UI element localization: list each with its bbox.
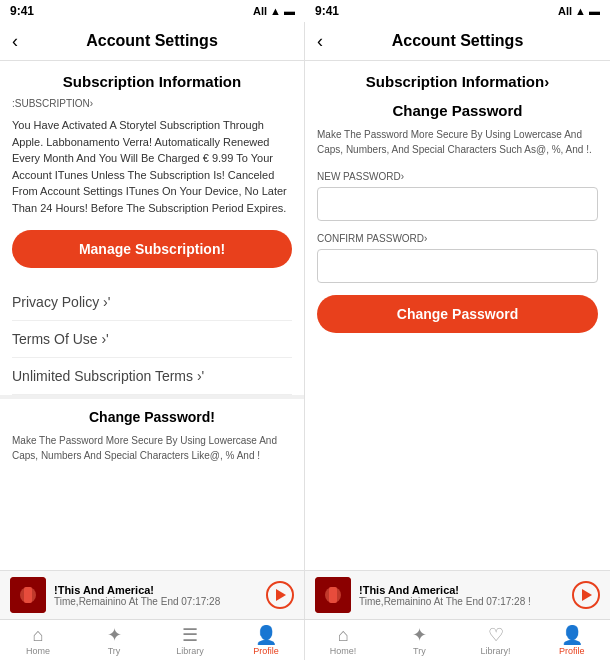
left-nav-try[interactable]: ✦ Try	[76, 620, 152, 660]
try-label: Try	[108, 646, 121, 656]
home-icon: ⌂	[33, 626, 44, 644]
right-library-icon: ♡	[488, 626, 504, 644]
left-play-button[interactable]	[266, 581, 294, 609]
new-password-input[interactable]	[317, 187, 598, 221]
status-bars: 9:41 All ▲ ▬ 9:41 All ▲ ▬	[0, 0, 610, 22]
right-play-button[interactable]	[572, 581, 600, 609]
nav-bar: ⌂ Home ✦ Try ☰ Library 👤 Profile ⌂ Home!	[0, 619, 610, 660]
right-profile-label: Profile	[559, 646, 585, 656]
subscription-body: You Have Activated A Storytel Subscripti…	[12, 117, 292, 216]
change-pw-preview: Change Password! Make The Password More …	[12, 399, 292, 463]
right-mini-player-subtitle: Time,Remainino At The End 07:17:28 !	[359, 596, 564, 607]
right-nav-library[interactable]: ♡ Library!	[458, 620, 534, 660]
left-mini-player-title: !This And America!	[54, 584, 258, 596]
right-nav-profile[interactable]: 👤 Profile	[534, 620, 610, 660]
privacy-policy-link[interactable]: Privacy Policy ›'	[12, 284, 292, 321]
left-mini-player-subtitle: Time,Remainino At The End 07:17:28	[54, 596, 258, 607]
left-battery-icon: ▬	[284, 5, 295, 17]
left-panel-title: Account Settings	[86, 32, 218, 50]
left-status-bar: 9:41 All ▲ ▬	[0, 0, 305, 22]
library-label: Library	[176, 646, 204, 656]
change-pw-preview-title: Change Password!	[12, 409, 292, 425]
right-time: 9:41	[315, 4, 339, 18]
right-panel-title: Account Settings	[392, 32, 524, 50]
home-label: Home	[26, 646, 50, 656]
bottom-area: !This And America! Time,Remainino At The…	[0, 570, 610, 660]
left-nav-profile[interactable]: 👤 Profile	[228, 620, 304, 660]
mini-players: !This And America! Time,Remainino At The…	[0, 570, 610, 619]
right-back-button[interactable]: ‹	[317, 31, 323, 52]
right-nav-home[interactable]: ⌂ Home!	[305, 620, 381, 660]
right-home-icon: ⌂	[338, 626, 349, 644]
change-password-section: Change Password Make The Password More S…	[317, 102, 598, 333]
right-mini-player-title: !This And America!	[359, 584, 564, 596]
svg-rect-5	[329, 587, 337, 603]
right-profile-icon: 👤	[561, 626, 583, 644]
confirm-password-input[interactable]	[317, 249, 598, 283]
right-panel-content: Subscription Information› Change Passwor…	[305, 61, 610, 570]
right-mini-player-thumb	[315, 577, 351, 613]
unlimited-subscription-link[interactable]: Unlimited Subscription Terms ›'	[12, 358, 292, 395]
confirm-password-label: CONFIRM PASSWORD›	[317, 233, 598, 244]
right-mini-player: !This And America! Time,Remainino At The…	[305, 571, 610, 619]
right-wifi-icon: ▲	[575, 5, 586, 17]
left-nav-library[interactable]: ☰ Library	[152, 620, 228, 660]
manage-subscription-button[interactable]: Manage Subscription!	[12, 230, 292, 268]
right-subscription-label: Subscription Information›	[317, 73, 598, 90]
change-pw-preview-desc: Make The Password More Secure By Using L…	[12, 433, 292, 463]
right-signal: All	[558, 5, 572, 17]
right-status-bar: 9:41 All ▲ ▬	[305, 0, 610, 22]
subscription-tag: :SUBSCRIPTION›	[12, 98, 292, 109]
library-icon: ☰	[182, 626, 198, 644]
terms-of-use-link[interactable]: Terms Of Use ›'	[12, 321, 292, 358]
left-panel: ‹ Account Settings Subscription Informat…	[0, 22, 305, 570]
left-panel-content: Subscription Information :SUBSCRIPTION› …	[0, 61, 304, 570]
svg-rect-2	[24, 587, 32, 603]
subscription-info-title: Subscription Information	[12, 73, 292, 90]
left-time: 9:41	[10, 4, 34, 18]
right-header: ‹ Account Settings	[305, 22, 610, 61]
left-nav-home[interactable]: ⌂ Home	[0, 620, 76, 660]
left-mini-player-thumb	[10, 577, 46, 613]
right-nav: ⌂ Home! ✦ Try ♡ Library! 👤 Profile	[305, 620, 610, 660]
new-password-label: NEW PASSWORD›	[317, 171, 598, 182]
profile-label: Profile	[253, 646, 279, 656]
left-mini-player-info: !This And America! Time,Remainino At The…	[54, 584, 258, 607]
change-password-button[interactable]: Change Password	[317, 295, 598, 333]
profile-icon: 👤	[255, 626, 277, 644]
right-status-icons: All ▲ ▬	[558, 5, 600, 17]
left-header: ‹ Account Settings	[0, 22, 304, 61]
right-panel: ‹ Account Settings Subscription Informat…	[305, 22, 610, 570]
left-status-icons: All ▲ ▬	[253, 5, 295, 17]
try-icon: ✦	[107, 626, 122, 644]
left-nav: ⌂ Home ✦ Try ☰ Library 👤 Profile	[0, 620, 305, 660]
change-pw-desc: Make The Password More Secure By Using L…	[317, 127, 598, 157]
right-library-label: Library!	[481, 646, 511, 656]
change-pw-title: Change Password	[317, 102, 598, 119]
left-play-icon	[276, 589, 286, 601]
right-try-icon: ✦	[412, 626, 427, 644]
right-try-label: Try	[413, 646, 426, 656]
right-battery-icon: ▬	[589, 5, 600, 17]
right-nav-try[interactable]: ✦ Try	[381, 620, 457, 660]
right-mini-player-info: !This And America! Time,Remainino At The…	[359, 584, 564, 607]
right-home-label: Home!	[330, 646, 357, 656]
left-signal: All	[253, 5, 267, 17]
left-wifi-icon: ▲	[270, 5, 281, 17]
panels: ‹ Account Settings Subscription Informat…	[0, 22, 610, 570]
left-back-button[interactable]: ‹	[12, 31, 18, 52]
left-mini-player: !This And America! Time,Remainino At The…	[0, 571, 305, 619]
right-play-icon	[582, 589, 592, 601]
